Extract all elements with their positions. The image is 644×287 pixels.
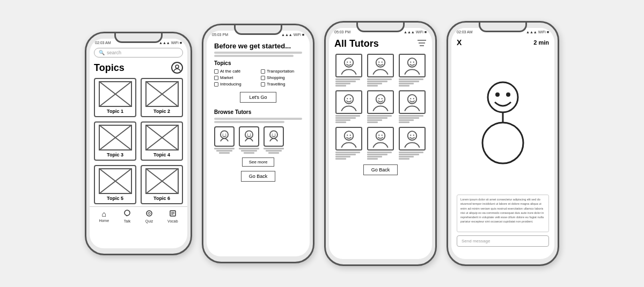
svg-point-48 xyxy=(410,98,411,99)
notch xyxy=(479,23,527,32)
browse-tutors-label: Browse Tutors xyxy=(214,109,302,115)
svg-point-26 xyxy=(270,131,277,138)
tutor-grid-face-2 xyxy=(367,54,394,77)
stick-figure-area xyxy=(457,52,549,190)
topic-label-6: Topic 6 xyxy=(153,196,170,201)
svg-point-13 xyxy=(125,210,130,216)
svg-point-21 xyxy=(222,134,223,135)
topic-label-5: Topic 5 xyxy=(107,196,123,201)
tutor-face-1 xyxy=(214,126,235,147)
topics-grid: Topic 1 Topic 2 xyxy=(94,78,183,204)
all-tutors-header: All Tutors xyxy=(334,38,427,49)
phone-topics: 02:03 AM ▲▲▲ WiFi ■ 🔍 search Topics xyxy=(85,32,192,255)
tutor-2[interactable] xyxy=(239,126,259,154)
checkbox-box-travel[interactable] xyxy=(261,82,265,87)
topic-card-3[interactable]: Topic 3 xyxy=(94,121,136,161)
topic-label-4: Topic 4 xyxy=(153,152,170,157)
wifi-icon-4: WiFi xyxy=(538,30,546,34)
tutor-grid-6[interactable] xyxy=(398,90,427,124)
tutor-grid-face-6 xyxy=(399,90,426,114)
time-2: 05:03 PM xyxy=(212,33,228,37)
nav-talk-label: Talk xyxy=(124,219,130,223)
checkbox-introducing[interactable]: Introducing xyxy=(214,82,255,87)
topics-section-label: Topics xyxy=(214,60,302,66)
topic-image-2 xyxy=(145,81,179,107)
tutor-grid-5[interactable] xyxy=(366,90,394,124)
wifi-icon-3: WiFi xyxy=(416,30,423,34)
topic-card-4[interactable]: Topic 4 xyxy=(141,121,183,161)
bottom-nav: ⌂ Home Talk Quiz xyxy=(90,206,187,225)
tutor-grid-4[interactable] xyxy=(334,90,363,124)
svg-point-40 xyxy=(413,61,414,62)
topic-card-2[interactable]: Topic 2 xyxy=(141,78,183,117)
topic-card-1[interactable]: Topic 1 xyxy=(94,78,136,117)
nav-quiz[interactable]: Quiz xyxy=(145,210,153,223)
tutor-grid-9[interactable] xyxy=(398,127,427,160)
nav-vocab[interactable]: Vocab xyxy=(167,210,178,223)
go-back-button-3[interactable]: Go Back xyxy=(363,164,398,175)
svg-point-15 xyxy=(148,212,150,214)
checkbox-travelling[interactable]: Travelling xyxy=(261,82,302,87)
signal-icon-3: ▲▲▲ xyxy=(404,30,415,34)
svg-point-47 xyxy=(408,95,417,104)
user-avatar[interactable] xyxy=(171,62,183,74)
svg-point-52 xyxy=(349,134,350,135)
topics-checkboxes: At the café Transportation Market Shoppi… xyxy=(214,69,302,87)
checkbox-box-intro[interactable] xyxy=(214,82,218,87)
checkbox-box-cafe[interactable] xyxy=(214,69,218,74)
see-more-button[interactable]: See more xyxy=(242,157,275,167)
go-back-button-2[interactable]: Go Back xyxy=(241,171,276,182)
screen-setup: 05:03 PM ▲▲▲ WiFi ■ Before we get starte… xyxy=(207,31,310,256)
svg-point-23 xyxy=(245,131,253,138)
status-icons-3: ▲▲▲ WiFi ■ xyxy=(404,30,427,34)
send-message-input[interactable]: Send message xyxy=(457,235,549,247)
checkbox-market[interactable]: Market xyxy=(214,75,255,80)
checkbox-box-shopping[interactable] xyxy=(261,76,265,80)
nav-talk[interactable]: Talk xyxy=(123,210,131,223)
checkbox-box-market[interactable] xyxy=(214,76,218,80)
svg-point-22 xyxy=(225,134,226,135)
tutor-grid-8[interactable] xyxy=(366,127,394,160)
search-bar[interactable]: 🔍 search xyxy=(94,48,183,58)
nav-home[interactable]: ⌂ Home xyxy=(99,210,109,223)
checkbox-box-transport[interactable] xyxy=(261,69,265,74)
setup-content: Before we get started... Topics At the c… xyxy=(207,38,310,242)
filter-icon[interactable] xyxy=(417,39,427,49)
topics-content: 🔍 search Topics xyxy=(90,46,187,206)
tutor-grid-1[interactable] xyxy=(334,54,363,87)
wifi-icon: WiFi xyxy=(171,41,179,45)
vocab-icon xyxy=(169,210,177,219)
topic-card-5[interactable]: Topic 5 xyxy=(94,165,136,204)
checkbox-shopping[interactable]: Shopping xyxy=(261,75,302,80)
tutor-grid-face-4 xyxy=(335,90,362,114)
svg-point-20 xyxy=(221,131,228,138)
svg-point-33 xyxy=(347,61,348,62)
tutor-grid-2[interactable] xyxy=(366,54,394,87)
topic-label-1: Topic 1 xyxy=(107,109,123,114)
checkbox-at-cafe[interactable]: At the café xyxy=(214,69,255,74)
checkbox-transportation[interactable]: Transportation xyxy=(261,69,302,74)
status-icons-4: ▲▲▲ WiFi ■ xyxy=(526,30,549,34)
chat-content: X 2 min xyxy=(451,35,554,250)
checkbox-label-cafe: At the café xyxy=(220,69,240,74)
notch xyxy=(114,33,163,43)
svg-point-53 xyxy=(376,131,385,140)
close-button[interactable]: X xyxy=(457,38,462,47)
topic-image-5 xyxy=(99,168,132,194)
svg-point-51 xyxy=(347,134,348,135)
topic-card-6[interactable]: Topic 6 xyxy=(141,165,183,204)
svg-point-50 xyxy=(344,131,353,140)
tutor-grid-7[interactable] xyxy=(334,127,363,160)
signal-icon-4: ▲▲▲ xyxy=(526,30,537,34)
battery-icon-3: ■ xyxy=(425,30,427,34)
tutor-1[interactable] xyxy=(214,126,235,154)
tutor-3[interactable] xyxy=(264,126,284,154)
svg-point-44 xyxy=(376,95,385,104)
svg-point-45 xyxy=(378,98,379,99)
svg-point-59 xyxy=(488,82,518,112)
tutor-grid-3[interactable] xyxy=(398,54,427,87)
svg-point-54 xyxy=(378,134,379,135)
tutor-grid-face-9 xyxy=(399,127,426,150)
lets-go-button[interactable]: Let's Go xyxy=(240,92,276,103)
svg-point-32 xyxy=(344,58,353,67)
